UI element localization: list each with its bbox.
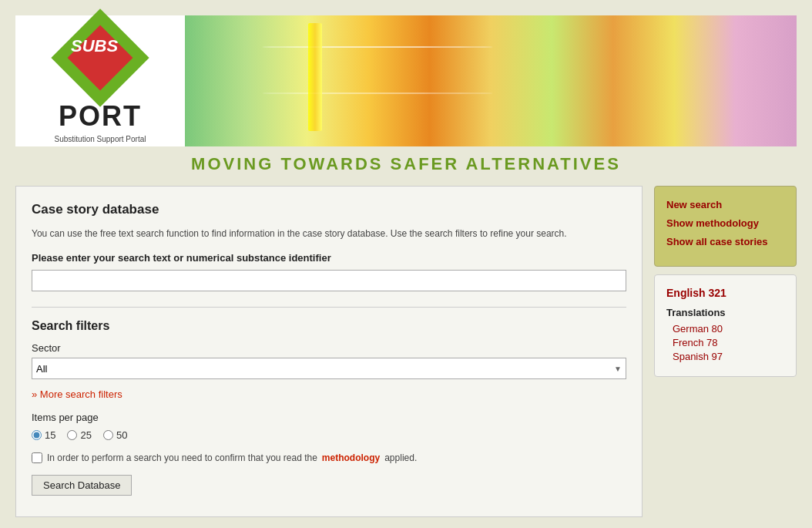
radio-15[interactable] — [32, 430, 42, 440]
show-methodology-link[interactable]: Show methodology — [666, 217, 784, 230]
banner-tube — [308, 23, 322, 131]
stats-german: German 80 — [673, 323, 784, 335]
methodology-checkbox[interactable] — [32, 452, 42, 463]
new-search-link[interactable]: New search — [666, 198, 784, 212]
tagline: MOVING TOWARDS SAFER ALTERNATIVES — [15, 154, 797, 174]
show-case-stories-link[interactable]: Show all case stories — [666, 235, 784, 249]
stats-french: French 78 — [673, 337, 784, 348]
logo-subs-text: SUBS — [71, 36, 118, 56]
search-input[interactable] — [32, 270, 626, 291]
header: SUBS PORT Substitution Support Portal — [15, 15, 797, 146]
more-filters-link[interactable]: » More search filters — [32, 388, 122, 400]
methodology-row: In order to perform a search you need to… — [32, 452, 626, 463]
items-per-page-label: Items per page — [32, 412, 626, 423]
radio-item-15[interactable]: 15 — [32, 429, 55, 441]
search-label: Please enter your search text or numeric… — [32, 252, 626, 264]
methodology-text-before: In order to perform a search you need to… — [47, 452, 317, 463]
description-text: You can use the free text search functio… — [32, 227, 626, 240]
logo-area: SUBS PORT Substitution Support Portal — [15, 15, 185, 146]
items-per-page-section: Items per page 15 25 50 — [32, 412, 626, 441]
sector-filter-row: Sector All Agriculture Automotive Chemic… — [32, 342, 626, 379]
sidebar-links-box: New search Show methodology Show all cas… — [654, 186, 797, 267]
logo-subtitle: Substitution Support Portal — [55, 135, 146, 143]
page-wrapper: SUBS PORT Substitution Support Portal MO… — [0, 0, 812, 528]
stats-spanish: Spanish 97 — [673, 351, 784, 362]
filters-heading: Search filters — [32, 307, 626, 333]
stats-english: English 321 — [666, 287, 784, 299]
sidebar-stats-box: English 321 Translations German 80 Frenc… — [654, 274, 797, 377]
sector-label: Sector — [32, 342, 626, 354]
sector-select[interactable]: All Agriculture Automotive Chemical Cons… — [32, 358, 626, 379]
banner-area — [185, 15, 797, 146]
sidebar: New search Show methodology Show all cas… — [654, 186, 797, 517]
radio-25[interactable] — [67, 430, 77, 440]
sector-select-wrapper: All Agriculture Automotive Chemical Cons… — [32, 358, 626, 379]
methodology-text-after: applied. — [384, 452, 417, 463]
items-per-page-radio-group: 15 25 50 — [32, 429, 626, 441]
page-title: Case story database — [32, 202, 626, 217]
radio-item-50[interactable]: 50 — [103, 429, 127, 441]
methodology-link[interactable]: methodology — [322, 452, 380, 463]
search-database-button[interactable]: Search Database — [32, 475, 132, 496]
logo-diamond: SUBS — [62, 19, 139, 96]
radio-item-25[interactable]: 25 — [67, 429, 91, 441]
radio-50[interactable] — [103, 430, 113, 440]
stats-translations-label: Translations — [666, 307, 784, 318]
content-box: Case story database You can use the free… — [15, 186, 643, 517]
main-container: Case story database You can use the free… — [15, 186, 797, 517]
